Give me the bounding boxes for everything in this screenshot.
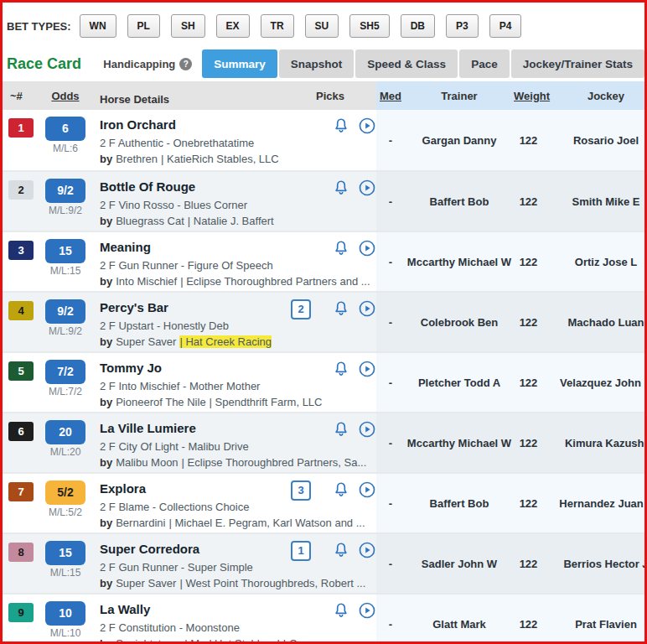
column-header-med[interactable]: Med — [376, 90, 405, 102]
picks-count-badge[interactable]: 3 — [291, 480, 311, 501]
play-replay-icon[interactable] — [358, 117, 376, 135]
alert-bell-icon[interactable] — [332, 601, 350, 620]
tab-summary[interactable]: Summary — [202, 49, 277, 78]
play-replay-icon[interactable] — [358, 360, 376, 378]
horse-name[interactable]: Bottle Of Rouge — [100, 179, 284, 194]
play-replay-icon[interactable] — [358, 480, 376, 499]
column-header-odds[interactable]: Odds — [39, 90, 91, 102]
trainer-name: Mccarthy Michael W — [405, 437, 514, 449]
odds-button[interactable]: 15 — [45, 541, 85, 565]
owner-name: | Mad Hat Stables, LLC — [184, 637, 297, 644]
play-replay-icon[interactable] — [358, 179, 376, 197]
bet-type-sh5-button[interactable]: SH5 — [349, 14, 389, 38]
horse-name[interactable]: Iron Orchard — [100, 117, 284, 132]
bet-type-pl-button[interactable]: PL — [127, 14, 160, 38]
horse-name[interactable]: Explora — [100, 481, 284, 496]
program-number-badge: 4 — [8, 301, 34, 320]
bet-type-tr-button[interactable]: TR — [261, 14, 294, 38]
odds-button[interactable]: 10 — [45, 601, 85, 626]
alert-bell-icon[interactable] — [332, 360, 350, 378]
trainer-name: Gargan Danny — [405, 134, 514, 147]
bet-type-buttons: WNPLSHEXTRSUSH5DBP3P4 — [80, 14, 533, 38]
program-number-badge: 1 — [8, 118, 34, 138]
page-title: Race Card — [7, 55, 81, 73]
help-icon[interactable]: ? — [179, 58, 192, 70]
horse-row: 8 15 M/L:15 Super Corredora 2 F Gun Runn… — [3, 532, 644, 593]
bet-type-db-button[interactable]: DB — [401, 14, 435, 38]
bet-type-wn-button[interactable]: WN — [80, 14, 116, 38]
jockey-name: Berrios Hector J — [543, 558, 647, 570]
jockey-name: Rosario Joel — [543, 134, 647, 147]
by-label: by — [100, 577, 112, 589]
odds-button[interactable]: 9/2 — [45, 299, 85, 324]
column-header-number: ~# — [3, 90, 39, 102]
horse-name[interactable]: Percy's Bar — [100, 300, 284, 314]
odds-button[interactable]: 9/2 — [45, 179, 85, 203]
weight-value: 122 — [514, 195, 543, 208]
handicapping-tabs: SummarySnapshotSpeed & ClassPaceJockey/T… — [200, 49, 644, 78]
odds-button[interactable]: 5/2 — [45, 480, 85, 505]
column-header-weight[interactable]: Weight — [514, 90, 543, 102]
horse-by-line: bySuper Saver| West Point Thoroughbreds,… — [100, 575, 284, 591]
alert-bell-icon[interactable] — [332, 541, 350, 559]
bet-type-sh-button[interactable]: SH — [171, 14, 205, 38]
trainer-name: Baffert Bob — [405, 497, 514, 510]
morning-line-odds: M/L:15 — [39, 265, 91, 277]
horse-name[interactable]: Tommy Jo — [100, 361, 284, 375]
odds-button[interactable]: 6 — [45, 117, 85, 141]
horse-name[interactable]: Meaning — [100, 240, 284, 254]
race-card-screen: BET TYPES: WNPLSHEXTRSUSH5DBP3P4 Race Ca… — [0, 0, 647, 644]
med-value: - — [376, 618, 405, 631]
horse-breeding: 2 F Vino Rosso - Blues Corner — [100, 197, 284, 213]
tab-speed-class[interactable]: Speed & Class — [355, 49, 458, 78]
play-replay-icon[interactable] — [358, 541, 376, 559]
jockey-name: Smith Mike E — [543, 195, 647, 208]
play-replay-icon[interactable] — [358, 420, 376, 439]
alert-bell-icon[interactable] — [332, 299, 350, 318]
morning-line-odds: M/L:10 — [39, 627, 91, 639]
play-replay-icon[interactable] — [358, 299, 376, 318]
program-number-badge: 3 — [8, 241, 34, 260]
horse-name[interactable]: La Wally — [100, 602, 284, 616]
horse-row: 7 5/2 M/L:5/2 Explora 2 F Blame - Collec… — [3, 472, 644, 532]
weight-value: 122 — [514, 497, 543, 510]
horse-by-line: bySuper Saver| Hat Creek Racing — [100, 334, 284, 350]
odds-button[interactable]: 15 — [45, 239, 85, 263]
med-value: - — [376, 558, 405, 570]
picks-count-badge[interactable]: 1 — [291, 541, 311, 561]
horse-name[interactable]: La Ville Lumiere — [100, 421, 284, 435]
morning-line-odds: M/L:9/2 — [39, 205, 91, 216]
med-value: - — [376, 497, 405, 510]
trainer-name: Baffert Bob — [405, 195, 514, 208]
by-label: by — [100, 517, 112, 529]
bet-type-p3-button[interactable]: P3 — [446, 14, 479, 38]
bet-type-p4-button[interactable]: P4 — [489, 14, 522, 38]
damsire-name: Speightstown — [116, 637, 181, 644]
bet-types-bar: BET TYPES: WNPLSHEXTRSUSH5DBP3P4 — [3, 3, 644, 46]
alert-bell-icon[interactable] — [332, 179, 350, 197]
bet-type-su-button[interactable]: SU — [305, 14, 339, 38]
play-replay-icon[interactable] — [358, 601, 376, 620]
tab-jockey-trainer-stats[interactable]: Jockey/Trainer Stats — [511, 49, 644, 78]
by-label: by — [100, 456, 112, 469]
horse-name[interactable]: Super Corredora — [100, 542, 284, 556]
alert-bell-icon[interactable] — [332, 239, 350, 257]
damsire-name: Malibu Moon — [116, 456, 178, 469]
play-replay-icon[interactable] — [358, 239, 376, 257]
med-value: - — [376, 316, 405, 329]
horse-row: 4 9/2 M/L:9/2 Percy's Bar 2 F Upstart - … — [3, 291, 644, 351]
tab-pace[interactable]: Pace — [459, 49, 510, 78]
handicapping-group: Handicapping ? — [103, 58, 200, 70]
alert-bell-icon[interactable] — [332, 420, 350, 439]
jockey-name: Prat Flavien — [543, 618, 647, 631]
alert-bell-icon[interactable] — [332, 117, 350, 135]
tab-snapshot[interactable]: Snapshot — [279, 49, 355, 78]
picks-count-badge[interactable]: 2 — [291, 299, 311, 319]
odds-button[interactable]: 20 — [45, 420, 85, 444]
trainer-name: Glatt Mark — [405, 618, 514, 631]
weight-value: 122 — [514, 134, 543, 147]
bet-type-ex-button[interactable]: EX — [216, 14, 250, 38]
odds-button[interactable]: 7/2 — [45, 360, 85, 384]
alert-bell-icon[interactable] — [332, 480, 350, 499]
jockey-name: Ortiz Jose L — [543, 256, 647, 268]
